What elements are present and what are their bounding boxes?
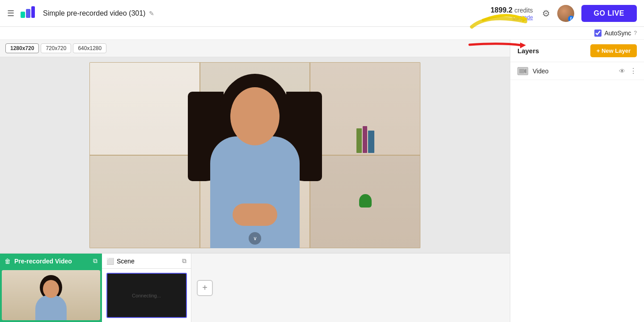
prerecorded-section: 🗑 Pre-recorded Video ⧉	[0, 254, 102, 322]
credits-amount: 1899.2	[491, 6, 513, 14]
svg-rect-1	[26, 9, 30, 18]
plant	[359, 194, 372, 208]
hands	[233, 203, 277, 226]
upgrade-link[interactable]: Upgrade	[491, 14, 533, 21]
thumbnail-bg	[2, 270, 100, 320]
scene-icon: ⬜	[106, 258, 114, 265]
prerecorded-thumbnail[interactable]	[2, 270, 100, 320]
layer-name: Video	[533, 68, 614, 75]
svg-rect-2	[31, 6, 35, 18]
settings-icon[interactable]: ⚙	[542, 8, 550, 19]
scene-thumbnail[interactable]: Connecting...	[106, 273, 187, 318]
preview-container: ∨	[0, 57, 510, 253]
logo	[20, 5, 36, 21]
prerecorded-header: 🗑 Pre-recorded Video ⧉	[0, 254, 102, 268]
autosync-label: AutoSync	[604, 30, 631, 37]
facebook-badge: f	[568, 16, 574, 22]
menu-icon[interactable]: ☰	[7, 8, 14, 18]
add-scene-button[interactable]: +	[197, 280, 213, 296]
bottom-panel: 🗑 Pre-recorded Video ⧉	[0, 253, 510, 322]
book-9	[368, 131, 374, 153]
new-layer-button[interactable]: + New Layer	[590, 44, 637, 57]
project-title: Simple pre-recorded video (301)	[43, 9, 145, 17]
svg-marker-4	[524, 69, 526, 73]
scene-copy-icon[interactable]: ⧉	[182, 257, 186, 265]
resolution-tab-1280x720[interactable]: 1280x720	[5, 43, 39, 53]
logo-icon	[20, 5, 36, 21]
edit-title-icon[interactable]: ✎	[149, 10, 154, 17]
layers-panel: Layers + New Layer Video 👁 ⋮	[510, 40, 644, 322]
prerecorded-title: Pre-recorded Video	[14, 258, 89, 265]
credits-info: 1899.2 credits Upgrade	[491, 6, 533, 21]
scene-section: ⬜ Scene ⧉ Connecting...	[102, 254, 191, 322]
thumbnail-image	[2, 270, 100, 320]
layer-item-video: Video 👁 ⋮	[510, 62, 644, 80]
prerecorded-copy-icon[interactable]: ⧉	[93, 257, 97, 265]
resolution-tab-640x1280[interactable]: 640x1280	[73, 43, 106, 53]
autosync-checkbox[interactable]	[594, 30, 602, 37]
resolution-tabs: 1280x720 720x720 640x1280	[0, 40, 510, 57]
shirt	[210, 136, 300, 248]
book-8	[363, 126, 367, 153]
main-content: 1280x720 720x720 640x1280	[0, 40, 644, 322]
layers-header: Layers + New Layer	[510, 40, 644, 62]
layer-visibility-icon[interactable]: 👁	[619, 68, 625, 75]
prerecorded-trash-icon[interactable]: 🗑	[4, 258, 11, 265]
preview-canvas: ∨	[89, 62, 420, 248]
thumb-face	[43, 280, 59, 298]
scene-header: ⬜ Scene ⧉	[102, 254, 191, 269]
scroll-down-indicator[interactable]: ∨	[249, 232, 261, 245]
add-scene-area: +	[191, 254, 218, 322]
canvas-area: 1280x720 720x720 640x1280	[0, 40, 510, 322]
thumb-shirt	[35, 295, 67, 320]
autosync-bar: AutoSync ?	[594, 30, 637, 37]
svg-rect-3	[519, 69, 524, 73]
face	[230, 87, 280, 145]
go-live-button[interactable]: GO LIVE	[581, 5, 637, 22]
scene-content: Connecting...	[102, 269, 191, 322]
layers-title: Layers	[517, 47, 590, 55]
book-7	[356, 128, 362, 153]
layer-more-icon[interactable]: ⋮	[630, 67, 637, 75]
scene-title: Scene	[117, 258, 182, 265]
autosync-help-icon[interactable]: ?	[634, 30, 637, 36]
svg-rect-0	[21, 12, 25, 18]
person-layer	[170, 69, 340, 248]
credits-label: credits	[514, 7, 533, 14]
header: ☰ Simple pre-recorded video (301) ✎ 1899…	[0, 0, 644, 27]
layer-video-icon	[517, 67, 528, 75]
video-icon	[519, 68, 526, 74]
scene-connecting-text: Connecting...	[132, 293, 161, 298]
avatar[interactable]: f	[557, 5, 574, 22]
resolution-tab-720x720[interactable]: 720x720	[41, 43, 71, 53]
